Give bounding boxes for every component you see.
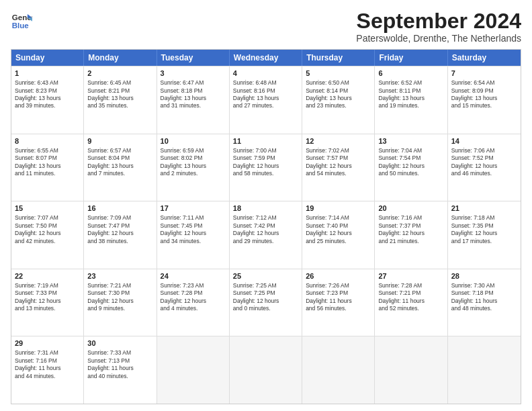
day-number: 30 <box>87 338 152 349</box>
day-info: Sunrise: 6:45 AMSunset: 8:21 PMDaylight:… <box>87 79 152 110</box>
day-cell-29: 29Sunrise: 7:31 AMSunset: 7:16 PMDayligh… <box>11 336 84 404</box>
day-info: Sunrise: 7:19 AMSunset: 7:33 PMDaylight:… <box>15 282 80 313</box>
day-cell-4: 4Sunrise: 6:48 AMSunset: 8:16 PMDaylight… <box>230 66 302 134</box>
day-info: Sunrise: 7:23 AMSunset: 7:28 PMDaylight:… <box>161 282 226 313</box>
day-cell-30: 30Sunrise: 7:33 AMSunset: 7:13 PMDayligh… <box>84 336 157 404</box>
empty-cell <box>375 336 447 404</box>
logo: General Blue <box>11 9 32 31</box>
calendar-body: 1Sunrise: 6:43 AMSunset: 8:23 PMDaylight… <box>11 66 521 404</box>
week-row-4: 22Sunrise: 7:19 AMSunset: 7:33 PMDayligh… <box>11 269 521 336</box>
day-info: Sunrise: 7:07 AMSunset: 7:50 PMDaylight:… <box>15 214 80 245</box>
day-cell-21: 21Sunrise: 7:18 AMSunset: 7:35 PMDayligh… <box>448 201 521 269</box>
day-header-friday: Friday <box>375 50 447 66</box>
day-cell-15: 15Sunrise: 7:07 AMSunset: 7:50 PMDayligh… <box>11 201 84 269</box>
day-info: Sunrise: 6:59 AMSunset: 8:02 PMDaylight:… <box>161 147 226 178</box>
day-info: Sunrise: 7:16 AMSunset: 7:37 PMDaylight:… <box>378 214 443 245</box>
day-info: Sunrise: 7:28 AMSunset: 7:21 PMDaylight:… <box>378 282 443 313</box>
day-cell-24: 24Sunrise: 7:23 AMSunset: 7:28 PMDayligh… <box>157 269 230 336</box>
day-number: 4 <box>233 68 298 79</box>
day-number: 26 <box>306 271 371 281</box>
day-info: Sunrise: 6:50 AMSunset: 8:14 PMDaylight:… <box>306 79 371 110</box>
day-cell-11: 11Sunrise: 7:00 AMSunset: 7:59 PMDayligh… <box>230 134 302 201</box>
day-number: 6 <box>378 68 443 79</box>
svg-text:Blue: Blue <box>12 21 30 30</box>
day-cell-8: 8Sunrise: 6:55 AMSunset: 8:07 PMDaylight… <box>11 134 84 201</box>
day-info: Sunrise: 7:06 AMSunset: 7:52 PMDaylight:… <box>451 147 517 178</box>
day-info: Sunrise: 7:30 AMSunset: 7:18 PMDaylight:… <box>451 282 517 313</box>
empty-cell <box>302 336 375 404</box>
day-number: 20 <box>378 203 443 214</box>
empty-cell <box>157 336 230 404</box>
day-info: Sunrise: 7:18 AMSunset: 7:35 PMDaylight:… <box>451 214 517 245</box>
day-number: 18 <box>233 203 298 214</box>
logo-icon: General Blue <box>11 9 32 31</box>
day-number: 28 <box>451 271 517 281</box>
week-row-3: 15Sunrise: 7:07 AMSunset: 7:50 PMDayligh… <box>11 201 521 269</box>
day-info: Sunrise: 7:00 AMSunset: 7:59 PMDaylight:… <box>233 147 298 178</box>
day-cell-16: 16Sunrise: 7:09 AMSunset: 7:47 PMDayligh… <box>84 201 157 269</box>
day-number: 1 <box>15 68 80 79</box>
title-block: September 2024 Paterswolde, Drenthe, The… <box>356 9 521 44</box>
day-number: 27 <box>378 271 443 281</box>
day-number: 11 <box>233 136 298 146</box>
day-cell-25: 25Sunrise: 7:25 AMSunset: 7:25 PMDayligh… <box>230 269 302 336</box>
day-cell-12: 12Sunrise: 7:02 AMSunset: 7:57 PMDayligh… <box>302 134 375 201</box>
day-number: 9 <box>87 136 152 146</box>
day-cell-28: 28Sunrise: 7:30 AMSunset: 7:18 PMDayligh… <box>448 269 521 336</box>
day-cell-1: 1Sunrise: 6:43 AMSunset: 8:23 PMDaylight… <box>11 66 84 134</box>
day-info: Sunrise: 7:21 AMSunset: 7:30 PMDaylight:… <box>87 282 152 313</box>
day-header-tuesday: Tuesday <box>157 50 230 66</box>
day-number: 29 <box>15 338 80 349</box>
day-info: Sunrise: 7:25 AMSunset: 7:25 PMDaylight:… <box>233 282 298 313</box>
day-cell-13: 13Sunrise: 7:04 AMSunset: 7:54 PMDayligh… <box>375 134 447 201</box>
day-number: 19 <box>306 203 371 214</box>
day-cell-22: 22Sunrise: 7:19 AMSunset: 7:33 PMDayligh… <box>11 269 84 336</box>
day-number: 14 <box>451 136 517 146</box>
day-info: Sunrise: 6:47 AMSunset: 8:18 PMDaylight:… <box>161 79 226 110</box>
day-info: Sunrise: 6:54 AMSunset: 8:09 PMDaylight:… <box>451 79 517 110</box>
day-header-wednesday: Wednesday <box>230 50 302 66</box>
day-number: 25 <box>233 271 298 281</box>
day-number: 8 <box>15 136 80 146</box>
day-info: Sunrise: 7:02 AMSunset: 7:57 PMDaylight:… <box>306 147 371 178</box>
day-cell-9: 9Sunrise: 6:57 AMSunset: 8:04 PMDaylight… <box>84 134 157 201</box>
day-cell-7: 7Sunrise: 6:54 AMSunset: 8:09 PMDaylight… <box>448 66 521 134</box>
day-cell-26: 26Sunrise: 7:26 AMSunset: 7:23 PMDayligh… <box>302 269 375 336</box>
day-header-thursday: Thursday <box>302 50 375 66</box>
day-cell-27: 27Sunrise: 7:28 AMSunset: 7:21 PMDayligh… <box>375 269 447 336</box>
day-number: 16 <box>87 203 152 214</box>
day-number: 2 <box>87 68 152 79</box>
day-number: 23 <box>87 271 152 281</box>
week-row-5: 29Sunrise: 7:31 AMSunset: 7:16 PMDayligh… <box>11 336 521 404</box>
day-cell-5: 5Sunrise: 6:50 AMSunset: 8:14 PMDaylight… <box>302 66 375 134</box>
day-info: Sunrise: 7:09 AMSunset: 7:47 PMDaylight:… <box>87 214 152 245</box>
day-cell-18: 18Sunrise: 7:12 AMSunset: 7:42 PMDayligh… <box>230 201 302 269</box>
empty-cell <box>448 336 521 404</box>
day-number: 7 <box>451 68 517 79</box>
day-cell-2: 2Sunrise: 6:45 AMSunset: 8:21 PMDaylight… <box>84 66 157 134</box>
day-info: Sunrise: 6:43 AMSunset: 8:23 PMDaylight:… <box>15 79 80 110</box>
day-header-saturday: Saturday <box>448 50 521 66</box>
day-info: Sunrise: 6:57 AMSunset: 8:04 PMDaylight:… <box>87 147 152 178</box>
day-cell-19: 19Sunrise: 7:14 AMSunset: 7:40 PMDayligh… <box>302 201 375 269</box>
day-header-monday: Monday <box>84 50 157 66</box>
calendar-grid: SundayMondayTuesdayWednesdayThursdayFrid… <box>11 49 521 404</box>
day-number: 3 <box>161 68 226 79</box>
day-number: 13 <box>378 136 443 146</box>
day-cell-10: 10Sunrise: 6:59 AMSunset: 8:02 PMDayligh… <box>157 134 230 201</box>
day-cell-20: 20Sunrise: 7:16 AMSunset: 7:37 PMDayligh… <box>375 201 447 269</box>
day-cell-14: 14Sunrise: 7:06 AMSunset: 7:52 PMDayligh… <box>448 134 521 201</box>
day-cell-23: 23Sunrise: 7:21 AMSunset: 7:30 PMDayligh… <box>84 269 157 336</box>
day-info: Sunrise: 7:14 AMSunset: 7:40 PMDaylight:… <box>306 214 371 245</box>
day-number: 17 <box>161 203 226 214</box>
week-row-1: 1Sunrise: 6:43 AMSunset: 8:23 PMDaylight… <box>11 66 521 134</box>
day-info: Sunrise: 7:26 AMSunset: 7:23 PMDaylight:… <box>306 282 371 313</box>
day-number: 5 <box>306 68 371 79</box>
day-cell-6: 6Sunrise: 6:52 AMSunset: 8:11 PMDaylight… <box>375 66 447 134</box>
day-header-sunday: Sunday <box>11 50 84 66</box>
calendar-header: SundayMondayTuesdayWednesdayThursdayFrid… <box>11 50 521 66</box>
calendar-page: General Blue September 2024 Paterswolde,… <box>0 0 532 411</box>
day-info: Sunrise: 7:12 AMSunset: 7:42 PMDaylight:… <box>233 214 298 245</box>
day-info: Sunrise: 6:55 AMSunset: 8:07 PMDaylight:… <box>15 147 80 178</box>
day-info: Sunrise: 7:11 AMSunset: 7:45 PMDaylight:… <box>161 214 226 245</box>
